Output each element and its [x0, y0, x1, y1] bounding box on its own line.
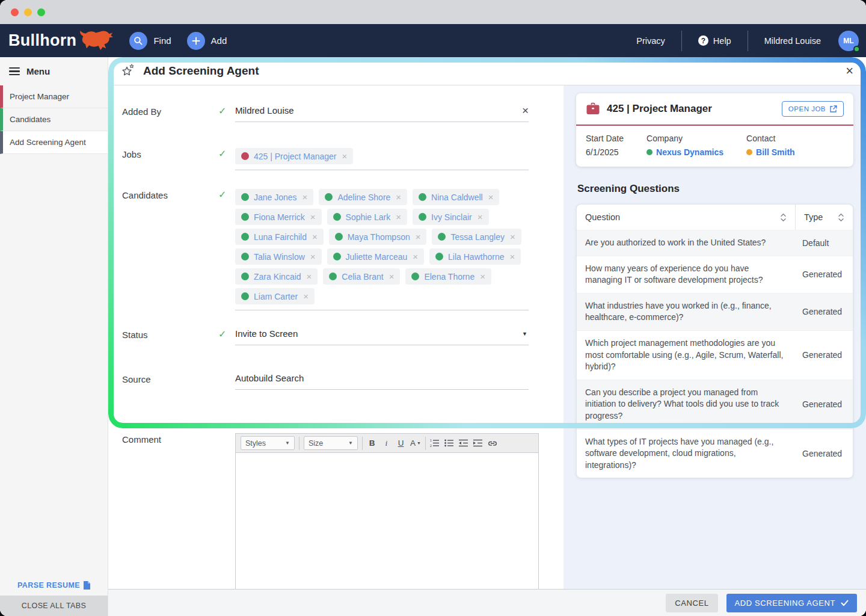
add-screening-agent-button[interactable]: ADD SCREENING AGENT [726, 594, 857, 612]
chip-remove-icon[interactable]: × [509, 251, 515, 262]
candidate-chip[interactable]: Nina Caldwell× [413, 189, 499, 205]
sidebar-item-project-manager[interactable]: Project Manager [0, 85, 108, 108]
record-dot [241, 253, 249, 260]
chip-remove-icon[interactable]: × [480, 271, 485, 282]
chip-label: Celia Brant [342, 272, 383, 282]
type-column-header[interactable]: Type [795, 205, 853, 230]
increase-indent-button[interactable] [473, 439, 484, 447]
chip-remove-icon[interactable]: × [303, 291, 309, 301]
job-chip[interactable]: 425 | Project Manager× [235, 148, 353, 164]
modal-title: Add Screening Agent [143, 64, 259, 78]
menu-toggle[interactable]: Menu [0, 57, 108, 85]
minimize-window-button[interactable] [24, 8, 32, 16]
chip-remove-icon[interactable]: × [413, 251, 418, 262]
chip-label: Fiona Merrick [254, 212, 305, 222]
cancel-button[interactable]: CANCEL [666, 594, 717, 612]
candidate-chip[interactable]: Fiona Merrick× [235, 209, 322, 225]
chip-remove-icon[interactable]: × [310, 212, 316, 222]
find-label: Find [153, 35, 171, 46]
candidate-chip[interactable]: Ivy Sinclair× [413, 209, 488, 225]
chip-remove-icon[interactable]: × [312, 232, 318, 242]
candidates-field: Candidates ✓ Jane Jones×Adeline Shore×Ni… [122, 189, 564, 310]
record-dot [241, 193, 249, 201]
sidebar-item-candidates[interactable]: Candidates [0, 108, 108, 131]
record-dot [241, 233, 249, 241]
chip-remove-icon[interactable]: × [396, 192, 401, 202]
question-column-header[interactable]: Question [577, 205, 795, 230]
bullet-list-button[interactable] [444, 439, 455, 447]
text-color-button[interactable]: A▼ [410, 439, 421, 448]
chip-remove-icon[interactable]: × [307, 271, 312, 282]
table-row[interactable]: What industries have you worked in (e.g.… [577, 293, 853, 330]
table-row[interactable]: Can you describe a project you managed f… [577, 380, 853, 429]
maximize-window-button[interactable] [37, 8, 45, 16]
favorite-star-icon[interactable] [120, 63, 136, 79]
source-input[interactable]: Autobuild Search [235, 373, 529, 390]
user-menu[interactable]: Mildred Louise [748, 24, 837, 57]
find-button[interactable]: Find [129, 32, 171, 50]
chip-remove-icon[interactable]: × [510, 232, 515, 242]
open-job-button[interactable]: OPEN JOB [782, 101, 844, 117]
chip-remove-icon[interactable]: × [310, 251, 316, 262]
table-row[interactable]: Are you authorized to work in the United… [577, 230, 853, 256]
candidate-chip[interactable]: Zara Kincaid× [235, 268, 318, 285]
chip-remove-icon[interactable]: × [302, 192, 308, 202]
parse-resume-button[interactable]: PARSE RESUME [0, 575, 108, 596]
candidate-chip[interactable]: Jane Jones× [235, 189, 313, 205]
styles-dropdown[interactable]: Styles▼ [241, 436, 295, 450]
jobs-input[interactable]: 425 | Project Manager× [235, 148, 529, 170]
add-button[interactable]: Add [187, 32, 227, 50]
close-window-button[interactable] [11, 8, 19, 16]
help-link[interactable]: ? Help [682, 24, 748, 57]
candidate-chip[interactable]: Sophie Lark× [327, 209, 407, 225]
candidates-input[interactable]: Jane Jones×Adeline Shore×Nina Caldwell×F… [235, 189, 529, 310]
sort-icon[interactable] [838, 213, 844, 222]
candidate-chip[interactable]: Luna Fairchild× [235, 229, 324, 245]
numbered-list-button[interactable]: 12 [430, 439, 440, 447]
close-icon[interactable]: × [842, 62, 857, 80]
titlebar [0, 0, 866, 24]
chip-remove-icon[interactable]: × [396, 212, 401, 222]
comment-textarea[interactable] [235, 453, 539, 589]
candidate-chip[interactable]: Adeline Shore× [319, 189, 407, 205]
user-avatar[interactable]: ML [838, 31, 859, 51]
candidate-chip[interactable]: Maya Thompson× [329, 229, 427, 245]
underline-button[interactable]: U [396, 439, 406, 448]
brand: Bullhorn [0, 30, 114, 52]
candidate-chip[interactable]: Liam Carter× [235, 288, 315, 304]
candidate-chip[interactable]: Talia Winslow× [235, 248, 322, 265]
table-row[interactable]: Which project management methodologies a… [577, 330, 853, 380]
chip-remove-icon[interactable]: × [389, 271, 395, 282]
chip-remove-icon[interactable]: × [488, 192, 494, 202]
decrease-indent-button[interactable] [459, 439, 469, 447]
candidate-chip[interactable]: Juliette Marceau× [327, 248, 424, 265]
record-dot [438, 233, 446, 241]
table-row[interactable]: What types of IT projects have you manag… [577, 429, 853, 478]
chip-label: Lila Hawthorne [448, 252, 504, 262]
clear-added-by-icon[interactable]: × [522, 104, 529, 117]
sidebar-item-add-screening-agent[interactable]: Add Screening Agent [0, 131, 108, 154]
chip-remove-icon[interactable]: × [342, 151, 348, 161]
job-field-value[interactable]: Bill Smith [746, 147, 795, 157]
bold-button[interactable]: B [367, 439, 377, 448]
candidate-chip[interactable]: Celia Brant× [323, 268, 400, 285]
privacy-link[interactable]: Privacy [620, 24, 681, 57]
size-dropdown[interactable]: Size▼ [304, 436, 358, 450]
chip-label: Zara Kincaid [254, 272, 301, 282]
chevron-down-icon[interactable]: ▼ [522, 331, 527, 337]
status-select[interactable]: Invite to Screen ▼ [235, 328, 529, 345]
valid-check-icon: ✓ [218, 148, 235, 170]
chip-remove-icon[interactable]: × [478, 212, 483, 222]
table-row[interactable]: How many years of experience do you have… [577, 256, 853, 293]
job-field-value[interactable]: Nexus Dynamics [646, 147, 723, 157]
close-all-tabs-button[interactable]: CLOSE ALL TABS [0, 596, 108, 616]
added-by-input[interactable]: Mildred Louise × [235, 105, 529, 122]
chip-remove-icon[interactable]: × [416, 232, 421, 242]
sort-icon[interactable] [780, 213, 787, 222]
candidate-chip[interactable]: Lila Hawthorne× [429, 248, 521, 265]
job-card-fields: Start Date6/1/2025CompanyNexus DynamicsC… [576, 126, 853, 167]
candidate-chip[interactable]: Tessa Langley× [432, 229, 521, 245]
italic-button[interactable]: i [381, 439, 392, 448]
link-button[interactable] [488, 440, 498, 447]
candidate-chip[interactable]: Elena Thorne× [405, 268, 491, 285]
